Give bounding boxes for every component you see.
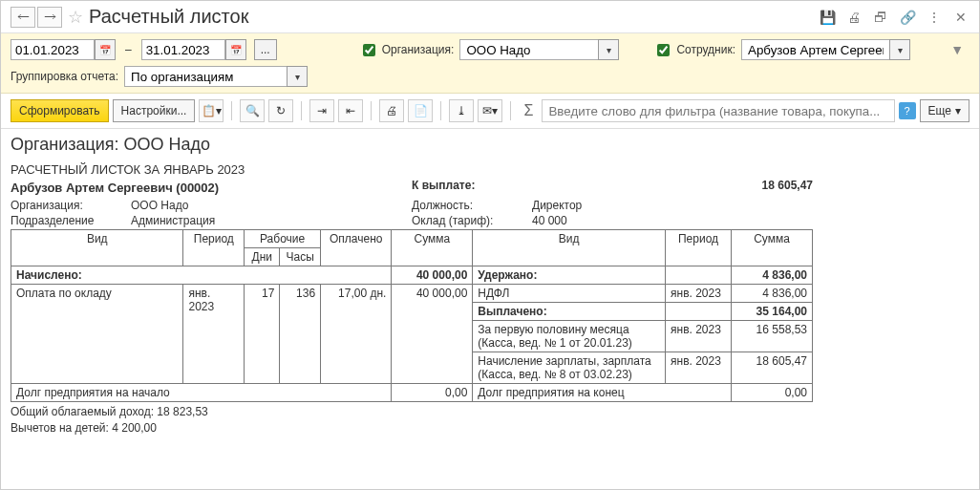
child-deductions: Вычетов на детей: 4 200,00 [11, 421, 969, 435]
emp-label: Сотрудник: [676, 43, 735, 56]
nav-forward-button[interactable]: 🡒 [37, 7, 62, 28]
settings-button[interactable]: Настройки... [113, 99, 196, 122]
collapse-button[interactable]: ⇤ [338, 99, 363, 122]
favorite-star-icon[interactable]: ☆ [68, 7, 83, 28]
group-select[interactable] [124, 66, 287, 87]
expand-button[interactable]: ⇥ [309, 99, 334, 122]
taxable-income: Общий облагаемый доход: 18 823,53 [11, 405, 969, 418]
help-button[interactable]: ? [899, 102, 916, 119]
date-to-input[interactable] [141, 39, 225, 60]
pay-label: К выплате: [412, 179, 475, 197]
emp-checkbox[interactable] [657, 44, 670, 56]
close-icon[interactable]: ✕ [952, 9, 969, 26]
print-button[interactable]: 🖨 [379, 99, 404, 122]
save-as-button[interactable]: ⤓ [449, 99, 474, 122]
group-dropdown-button[interactable]: ▾ [287, 66, 308, 87]
form-button[interactable]: Сформировать [11, 99, 109, 122]
sigma-icon: Σ [519, 102, 538, 119]
page-title: Расчетный листок [89, 6, 819, 28]
preview-icon[interactable]: 🗗 [872, 9, 889, 26]
funnel-icon[interactable]: ▼ [945, 42, 969, 57]
emp-filter-check[interactable]: Сотрудник: [653, 41, 735, 59]
emp-select[interactable] [741, 39, 889, 60]
payroll-table: Вид Период Рабочие Оплачено Сумма Вид Пе… [11, 229, 813, 402]
save-icon[interactable]: 💾 [819, 9, 836, 26]
print-icon[interactable]: 🖨 [845, 9, 863, 26]
org-select[interactable] [459, 39, 598, 60]
more-button[interactable]: Еще ▾ [920, 99, 969, 122]
refresh-button[interactable]: ↻ [268, 99, 293, 122]
org-dropdown-button[interactable]: ▾ [598, 39, 619, 60]
nav-back-button[interactable]: 🡐 [11, 7, 35, 28]
org-checkbox[interactable] [363, 44, 375, 56]
emp-dropdown-button[interactable]: ▾ [889, 39, 910, 60]
page-setup-button[interactable]: 📄 [408, 99, 433, 122]
report-area: Организация: ООО Надо РАСЧЕТНЫЙ ЛИСТОК З… [1, 129, 979, 489]
copy-settings-button[interactable]: 📋▾ [199, 99, 224, 122]
date-dash: – [125, 43, 132, 56]
filter-input[interactable] [542, 99, 894, 122]
group-label: Группировка отчета: [11, 70, 118, 83]
org-headline: Организация: ООО Надо [11, 135, 969, 155]
calendar-from-button[interactable]: 📅 [95, 39, 116, 60]
calendar-to-button[interactable]: 📅 [225, 39, 246, 60]
org-filter-check[interactable]: Организация: [359, 41, 455, 59]
send-mail-button[interactable]: ✉▾ [478, 99, 502, 122]
link-icon[interactable]: 🔗 [899, 9, 916, 26]
pay-value: 18 605,47 [762, 179, 813, 197]
org-label: Организация: [382, 43, 455, 56]
zoom-button[interactable]: 🔍 [240, 99, 265, 122]
date-from-input[interactable] [11, 39, 95, 60]
more-vertical-icon[interactable]: ⋮ [926, 9, 943, 26]
period-line: РАСЧЕТНЫЙ ЛИСТОК ЗА ЯНВАРЬ 2023 [11, 162, 969, 177]
employee-line: Арбузов Артем Сергеевич (00002) [11, 181, 412, 195]
date-more-button[interactable]: ... [254, 39, 277, 60]
